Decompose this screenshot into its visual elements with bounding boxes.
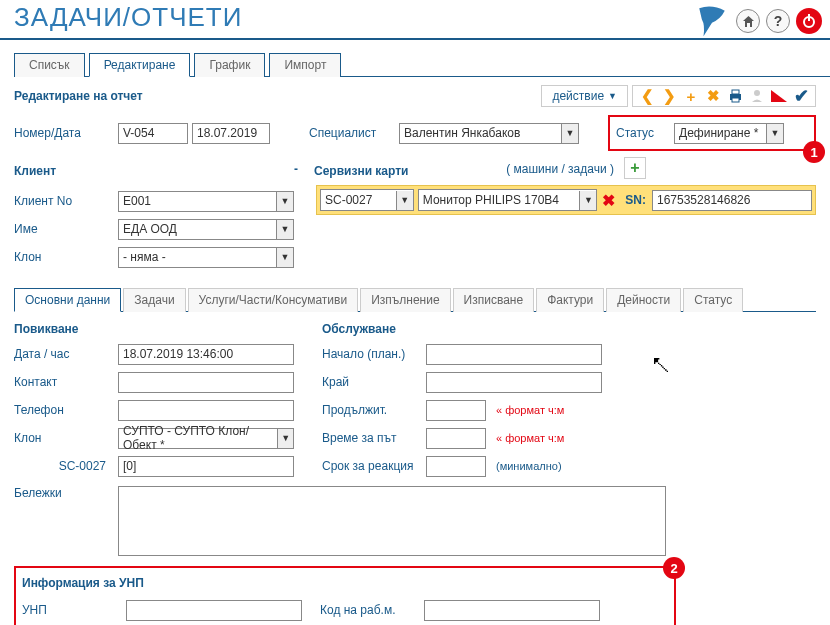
sc-ref-input[interactable] [118, 456, 294, 477]
svg-rect-4 [732, 98, 739, 102]
print-icon[interactable] [727, 88, 743, 104]
notes-label: Бележки [14, 486, 114, 556]
service-card-select[interactable]: SC-0027 ▼ [320, 189, 414, 211]
status-select[interactable]: Дефиниране * ▼ [674, 123, 784, 144]
power-icon [802, 14, 816, 28]
svg-rect-3 [732, 90, 739, 94]
chevron-down-icon: ▼ [561, 124, 578, 143]
device-select[interactable]: Монитор PHILIPS 170B4 ▼ [418, 189, 598, 211]
chevron-down-icon: ▼ [579, 191, 596, 210]
tab-parts[interactable]: Услуги/Части/Консумативи [188, 288, 359, 312]
header-controls: ? [694, 4, 822, 38]
delete-icon[interactable]: ✖ [705, 88, 721, 104]
notes-textarea[interactable] [118, 486, 666, 556]
workplace-label: Код на раб.м. [320, 603, 420, 617]
home-button[interactable] [736, 9, 760, 33]
tab-chart[interactable]: График [194, 53, 265, 77]
home-icon [742, 15, 755, 28]
action-menu[interactable]: действие ▼ [541, 85, 628, 107]
specialist-select[interactable]: Валентин Янкабаков ▼ [399, 123, 579, 144]
unp-label: УНП [22, 603, 122, 617]
page-header: ЗАДАЧИ/ОТЧЕТИ ? [0, 0, 830, 40]
chevron-down-icon: ▼ [608, 91, 617, 101]
tab-tasks[interactable]: Задачи [123, 288, 185, 312]
action-label: действие [552, 89, 604, 103]
specialist-label: Специалист [309, 126, 395, 140]
tab-invoices[interactable]: Фактури [536, 288, 604, 312]
start-input[interactable] [426, 344, 602, 365]
sc-ref-label: SC-0027 [14, 459, 114, 473]
tab-main-data[interactable]: Основни данни [14, 288, 121, 312]
contact-input[interactable] [118, 372, 294, 393]
chevron-down-icon: ▼ [277, 429, 293, 448]
client-branch-select[interactable]: - няма - ▼ [118, 247, 294, 268]
add-icon[interactable]: + [683, 88, 699, 104]
workplace-input[interactable] [424, 600, 600, 621]
subheader: Редактиране на отчет действие ▼ ❮ ❯ + ✖ … [14, 85, 816, 107]
page-title: ЗАДАЧИ/ОТЧЕТИ [14, 2, 694, 33]
client-dash: - [294, 162, 314, 176]
client-name-label: Име [14, 222, 114, 236]
format-hint-2: « формат ч:м [496, 432, 564, 444]
chevron-down-icon: ▼ [276, 248, 293, 267]
tab-status[interactable]: Статус [683, 288, 743, 312]
tab-list[interactable]: Списък [14, 53, 85, 77]
reaction-input[interactable] [426, 456, 486, 477]
phone-label: Телефон [14, 403, 114, 417]
end-input[interactable] [426, 372, 602, 393]
detail-tabs: Основни данни Задачи Услуги/Части/Консум… [14, 287, 816, 312]
callout-1: 1 [803, 141, 825, 163]
power-button[interactable] [796, 8, 822, 34]
duration-input[interactable] [426, 400, 486, 421]
end-label: Край [322, 375, 422, 389]
format-hint-1: « формат ч:м [496, 404, 564, 416]
client-no-label: Клиент No [14, 194, 114, 208]
client-name-select[interactable]: ЕДА ООД ▼ [118, 219, 294, 240]
svg-rect-1 [808, 14, 810, 21]
main-tabs: Списък Редактиране График Импорт [14, 52, 830, 77]
tab-exec[interactable]: Изпълнение [360, 288, 450, 312]
phone-input[interactable] [118, 400, 294, 421]
flag-icon[interactable] [771, 88, 787, 104]
sn-input[interactable] [652, 190, 812, 211]
client-no-select[interactable]: E001 ▼ [118, 191, 294, 212]
chevron-down-icon: ▼ [766, 124, 783, 143]
remove-card-button[interactable]: ✖ [597, 189, 619, 211]
travel-label: Време за път [322, 431, 422, 445]
tab-import[interactable]: Импорт [269, 53, 341, 77]
datetime-input[interactable] [118, 344, 294, 365]
service-card-row: SC-0027 ▼ Монитор PHILIPS 170B4 ▼ ✖ SN: [316, 185, 816, 215]
logo-bird-icon [694, 4, 730, 38]
subheader-title: Редактиране на отчет [14, 89, 541, 103]
add-service-card-button[interactable]: + [624, 157, 646, 179]
number-date-label: Номер/Дата [14, 126, 114, 140]
tab-activities[interactable]: Дейности [606, 288, 681, 312]
service-heading: Сервизни карти [314, 158, 408, 180]
next-icon[interactable]: ❯ [661, 88, 677, 104]
machines-tasks-link[interactable]: ( машини / задачи ) [506, 162, 614, 176]
chevron-down-icon: ▼ [276, 192, 293, 211]
tab-edit[interactable]: Редактиране [89, 53, 191, 77]
user-icon[interactable] [749, 88, 765, 104]
travel-input[interactable] [426, 428, 486, 449]
date-input[interactable] [192, 123, 270, 144]
call-branch-select[interactable]: СУПТО - СУПТО Клон/Обект * ▼ [118, 428, 294, 449]
duration-label: Продължит. [322, 403, 422, 417]
confirm-icon[interactable]: ✔ [793, 88, 809, 104]
unp-section: 2 Информация за УНП УНП Код на раб.м. Ко… [14, 566, 676, 625]
prev-icon[interactable]: ❮ [639, 88, 655, 104]
unp-heading: Информация за УНП [22, 576, 668, 592]
status-label: Статус [616, 126, 670, 140]
number-input[interactable] [118, 123, 188, 144]
min-hint: (минимално) [496, 460, 562, 472]
unp-input[interactable] [126, 600, 302, 621]
reaction-label: Срок за реакция [322, 459, 422, 473]
client-heading: Клиент [14, 158, 114, 180]
svg-point-5 [754, 90, 760, 96]
call-branch-label: Клон [14, 431, 114, 445]
chevron-down-icon: ▼ [396, 191, 413, 210]
help-button[interactable]: ? [766, 9, 790, 33]
chevron-down-icon: ▼ [276, 220, 293, 239]
notes-row: Бележки [14, 486, 816, 556]
tab-write[interactable]: Изписване [453, 288, 535, 312]
